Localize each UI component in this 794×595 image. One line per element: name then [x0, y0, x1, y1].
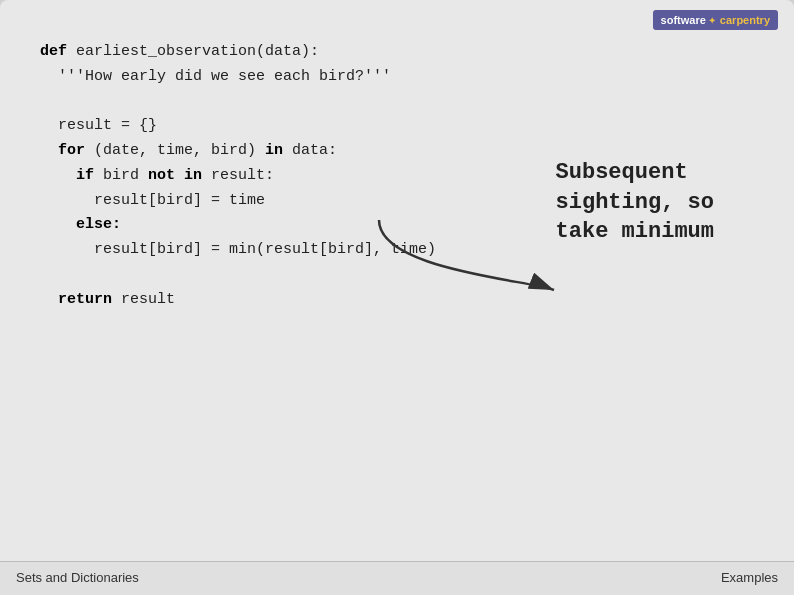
keyword-return: return [58, 291, 112, 308]
annotation-line1: Subsequent [556, 158, 714, 188]
keyword-for: for [58, 142, 85, 159]
code-line-10 [40, 263, 744, 288]
logo-bar: software ✦ carpentry [653, 10, 778, 30]
logo-software-text: software [661, 14, 706, 26]
keyword-not-in: not in [148, 167, 202, 184]
footer-left-text: Sets and Dictionaries [16, 570, 139, 585]
keyword-else: else: [76, 216, 121, 233]
code-line-3 [40, 90, 744, 115]
annotation-line3: take minimum [556, 217, 714, 247]
annotation-box: Subsequent sighting, so take minimum [556, 158, 714, 247]
keyword-in: in [265, 142, 283, 159]
logo-star-icon: ✦ [708, 15, 716, 26]
logo-carpentry-text: carpentry [720, 14, 770, 26]
code-block: def earliest_observation(data): '''How e… [40, 40, 744, 541]
footer: Sets and Dictionaries Examples [0, 561, 794, 595]
footer-right-text: Examples [721, 570, 778, 585]
keyword-if: if [76, 167, 94, 184]
slide: software ✦ carpentry def earliest_observ… [0, 0, 794, 595]
annotation-line2: sighting, so [556, 188, 714, 218]
code-line-1: def earliest_observation(data): [40, 40, 744, 65]
code-line-4: result = {} [40, 114, 744, 139]
code-line-11: return result [40, 288, 744, 313]
code-line-2: '''How early did we see each bird?''' [40, 65, 744, 90]
keyword-def: def [40, 43, 67, 60]
main-content: def earliest_observation(data): '''How e… [0, 0, 794, 561]
